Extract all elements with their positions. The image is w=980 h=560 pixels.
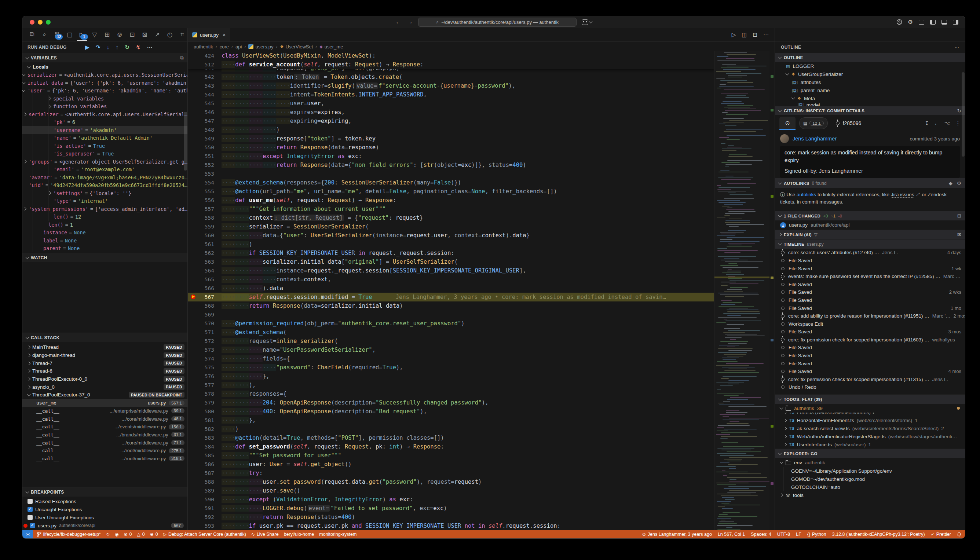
status-host[interactable]: beryl/uio-home <box>284 532 314 537</box>
status-problems-warnings[interactable]: △0 <box>137 532 145 537</box>
toggle-primary-sidebar-icon[interactable] <box>930 20 936 25</box>
code-line-547[interactable]: 547····················expiring=expiring… <box>188 117 714 125</box>
overview-ruler[interactable] <box>770 51 775 530</box>
checkbox-unchecked[interactable] <box>28 515 33 520</box>
code-line-548[interactable]: 548················) <box>188 125 714 134</box>
activity-item-gitlens-inspect[interactable]: ⊠ <box>139 29 150 41</box>
minimap[interactable] <box>714 51 770 530</box>
outline-item-logger[interactable]: ▤LOGGER <box>775 62 965 70</box>
todo-item[interactable]: TSak-search-select-view.ts(web/src/eleme… <box>775 424 965 432</box>
variables-scrollbar[interactable] <box>184 112 187 170</box>
code-line-581[interactable]: 581········}, <box>188 416 714 425</box>
code-line-545[interactable]: 545····················user=user, <box>188 99 714 108</box>
activity-item-live-share[interactable]: ↗ <box>152 29 162 41</box>
status-ports[interactable]: ⊕0 <box>150 532 158 537</box>
variable-row[interactable]: special variables <box>22 95 187 103</box>
code-line-580[interactable]: 580············400: OpenApiResponse(desc… <box>188 407 714 416</box>
call-stack-thread[interactable]: asyncio_0PAUSED <box>22 383 187 391</box>
status-indentation[interactable]: Spaces: 4 <box>751 532 771 537</box>
status-git-branch[interactable]: lifecycle/fix-debugger-setup* <box>37 532 101 537</box>
changed-file-row[interactable]: ± users.py authentik/core/api <box>775 220 965 230</box>
code-line-570[interactable]: 570····@permission_required(obj_perm="au… <box>188 319 714 328</box>
call-stack-thread[interactable]: MainThreadPAUSED <box>22 343 187 351</box>
timeline-item[interactable]: File Saved <box>775 359 965 367</box>
status-problems-errors[interactable]: ⊗0 <box>123 532 132 537</box>
nav-forward-button[interactable]: → <box>407 18 413 26</box>
code-line-577[interactable]: 577········), <box>188 381 714 390</box>
nav-back-button[interactable]: ← <box>395 18 402 26</box>
restart-icon[interactable]: ↻ <box>125 44 130 51</box>
status-gitlens-blame[interactable]: ◉ <box>115 532 118 537</box>
code-line-574[interactable]: 574············fields={ <box>188 354 714 363</box>
code-line-593[interactable]: 593········if user.pk == request.user.pk… <box>188 522 714 530</box>
timeline-item[interactable]: File Saved <box>775 296 965 304</box>
code-line-571[interactable]: 571····@extend_schema( <box>188 328 714 337</box>
code-line-558[interactable]: 558········context: dict[str, Request] =… <box>188 213 714 222</box>
autolinks-section-header[interactable]: AUTOLINKS 0 found ◆ ⚙ <box>775 178 965 188</box>
outline-item-meta[interactable]: ❖Meta <box>775 94 965 102</box>
code-line-556[interactable]: 556····def user_me(self, request: Reques… <box>188 196 714 205</box>
code-line-550[interactable]: 550················return Response(data=… <box>188 143 714 152</box>
watch-section-header[interactable]: WATCH <box>22 253 187 262</box>
code-line-569[interactable]: 569 <box>188 310 714 319</box>
settings-gear-icon[interactable]: ⚙ <box>908 19 913 25</box>
autolink-settings-icon[interactable]: ⚙ <box>957 180 961 186</box>
timeline-item[interactable]: File Saved1 wk <box>775 264 965 272</box>
code-line-576[interactable]: 576············}, <box>188 372 714 381</box>
call-stack-frame[interactable]: __call__.../brands/middleware.py31:1 <box>22 431 187 439</box>
gitlens-section-header[interactable]: GITLENS: INSPECT: COMMIT DETAILS ↻ <box>775 106 965 115</box>
breakpoints-section-header[interactable]: BREAKPOINTS <box>22 487 187 497</box>
code-line-553[interactable]: 553 <box>188 170 714 178</box>
timeline-item[interactable]: core: fix permission check for scoped im… <box>775 336 965 344</box>
variables-section-header[interactable]: VARIABLES ⧉ <box>22 53 187 62</box>
commit-id[interactable]: f285096 <box>835 120 862 126</box>
variable-row[interactable]: initial_data={'user': {'pk': 6, 'usernam… <box>22 79 187 87</box>
outline-item-usergroupserializer[interactable]: ❖UserGroupSerializer <box>775 70 965 78</box>
jira-issues-link[interactable]: Jira issues <box>891 192 914 198</box>
step-into-icon[interactable]: ↓ <box>107 44 110 51</box>
timeline-item[interactable]: File Saved <box>775 343 965 352</box>
code-line-562[interactable]: 562········if SESSION_KEY_IMPERSONATE_US… <box>188 248 714 257</box>
toggle-panel-icon[interactable] <box>942 20 947 25</box>
customize-layout-icon[interactable] <box>919 20 924 25</box>
code-line-555[interactable]: 555····@action(url_path="me", url_name="… <box>188 187 714 196</box>
minimize-window-button[interactable] <box>38 20 43 25</box>
variable-row[interactable]: 'avatar'='data:image/svg+xml;base64,PHN2… <box>22 173 187 182</box>
code-line-584[interactable]: 584····def set_password(self, request: R… <box>188 442 714 451</box>
code-line-561[interactable]: 561········) <box>188 240 714 248</box>
timeline-item[interactable]: core: fix permission check for scoped im… <box>775 375 965 383</box>
outline-item-attributes[interactable]: [@]attributes <box>775 78 965 86</box>
call-stack-frame[interactable]: __call__.../root/middleware.py275:1 <box>22 447 187 455</box>
call-stack-frame[interactable]: __call__.../core/middleware.py71:1 <box>22 438 187 447</box>
go-tools-row[interactable]: ⚒ tools <box>775 491 965 500</box>
feedback-icon[interactable]: ✉ <box>957 232 961 237</box>
status-eol[interactable]: LF <box>796 532 802 537</box>
status-notifications[interactable] <box>957 532 961 537</box>
activity-item-remote-explorer[interactable]: ▢ <box>64 29 75 41</box>
graph-icon[interactable]: ⌥ <box>945 120 950 126</box>
remote-indicator[interactable]: >< <box>22 530 33 538</box>
variable-row[interactable]: label=None <box>22 237 187 245</box>
todo-item[interactable]: TSWebAuthnAuthenticatorRegisterStage.ts(… <box>775 432 965 440</box>
more-actions-icon[interactable]: ⋯ <box>763 32 769 38</box>
author-name-link[interactable]: Jens Langhammer <box>793 136 837 142</box>
code-line-552[interactable]: 552················return Response(data=… <box>188 161 714 170</box>
code-line-566[interactable]: 566············).data <box>188 284 714 293</box>
autolinks-link[interactable]: autolinks <box>797 192 816 197</box>
variable-row[interactable]: 'uid'='49d24724dfa590a20fb5961e9c6673cd1… <box>22 182 187 190</box>
code-line-544[interactable]: 544····················intent=TokenInten… <box>188 90 714 99</box>
todo-item-partial[interactable]: TS Form.ts (web/src/elements/forms) 1 <box>775 413 965 416</box>
command-center-search[interactable]: ⌕ ~/dev/authentik/authentik/core/api/use… <box>418 18 577 27</box>
split-editor-icon[interactable]: ◫ <box>742 32 747 38</box>
outline-item-parent_name[interactable]: [@]parent_name <box>775 86 965 94</box>
panel-more-icon[interactable]: ⋯ <box>955 45 959 50</box>
code-line-563[interactable]: 563············serializer.initial_data["… <box>188 257 714 266</box>
variable-row[interactable]: 'groups'=<generator object UserSelfSeria… <box>22 158 187 166</box>
variable-row[interactable]: serializer=<authentik.core.api.users.Ses… <box>22 71 187 79</box>
call-stack-thread[interactable]: ThreadPoolExecutor-37_0PAUSED ON BREAKPO… <box>22 391 187 399</box>
go-env-folder-row[interactable]: env authentik <box>775 458 965 467</box>
timeline-item[interactable]: File Saved2 wks <box>775 288 965 296</box>
status-sync[interactable]: ↻ <box>106 532 110 537</box>
call-stack-frame[interactable]: __call__.../enterprise/middleware.py39:1 <box>22 407 187 415</box>
code-line-557[interactable]: 557········"""Get information about curr… <box>188 205 714 213</box>
